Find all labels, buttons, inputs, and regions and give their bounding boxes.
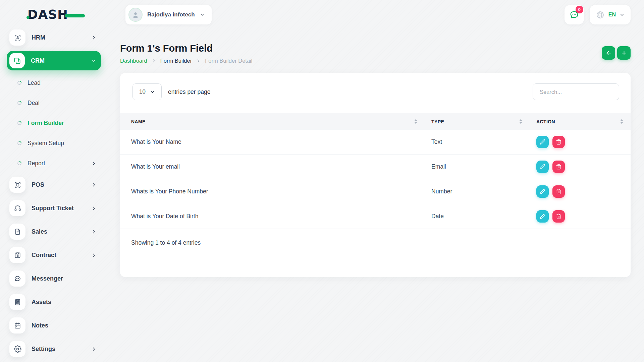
sidebar-item-label: Support Ticket <box>32 205 74 212</box>
avatar-person-icon <box>131 10 140 19</box>
logo-text: DASH <box>28 7 68 22</box>
messages-button[interactable]: 0 <box>565 5 584 24</box>
workspace-name: Rajodiya infotech <box>147 11 195 18</box>
table-row: What is Your email Email <box>120 155 631 179</box>
add-button[interactable] <box>617 46 631 60</box>
sidebar-item-deal[interactable]: Deal <box>7 95 101 111</box>
chevron-right-icon <box>91 347 96 352</box>
page-title: Form 1's Form Field <box>120 43 631 54</box>
page-actions <box>602 46 631 60</box>
sidebar-item-form-builder[interactable]: Form Builder <box>7 115 101 131</box>
sidebar-item-label: Settings <box>32 346 55 353</box>
icon-tile <box>9 341 25 357</box>
sidebar-item-label: POS <box>32 181 44 188</box>
table-row: What is Your Date of Birth Date <box>120 204 631 229</box>
entries-per-page-select[interactable]: 10 <box>132 83 162 100</box>
edit-pencil-icon <box>540 189 545 194</box>
notification-badge: 0 <box>576 6 583 13</box>
main-content: Form 1's Form Field Dashboard Form Build… <box>120 30 631 277</box>
sort-icon <box>519 119 522 124</box>
plus-icon <box>621 50 627 56</box>
entries-per-page-label: entries per page <box>168 88 210 96</box>
row-actions <box>536 210 631 223</box>
app-logo[interactable]: DASH <box>28 7 68 22</box>
sidebar-item-messenger[interactable]: Messenger <box>7 270 101 287</box>
workspace-selector[interactable]: Rajodiya infotech <box>125 5 212 24</box>
sidebar-item-label: Form Builder <box>28 120 64 127</box>
edit-button[interactable] <box>536 136 549 148</box>
sidebar-item-support-ticket[interactable]: Support Ticket <box>7 200 101 216</box>
pos-scan-icon <box>14 181 21 189</box>
arrow-left-icon <box>605 50 612 56</box>
icon-tile <box>9 53 25 68</box>
edit-button[interactable] <box>536 161 549 173</box>
icon-tile <box>9 247 25 263</box>
sidebar-item-label: Notes <box>32 322 48 329</box>
sidebar-item-label: System Setup <box>28 140 64 147</box>
sidebar-item-label: HRM <box>32 34 45 41</box>
page-header: Form 1's Form Field Dashboard Form Build… <box>120 30 631 64</box>
column-header-name[interactable]: NAME <box>120 119 431 124</box>
sidebar-item-label: Contract <box>32 252 56 259</box>
table-controls: 10 entries per page <box>120 73 631 100</box>
sidebar-item-pos[interactable]: POS <box>7 177 101 193</box>
chevron-right-icon <box>91 161 96 166</box>
back-button[interactable] <box>602 46 615 60</box>
breadcrumb: Dashboard Form Builder Form Builder Deta… <box>120 58 631 64</box>
calendar-icon <box>14 322 21 329</box>
icon-tile <box>9 270 25 287</box>
language-selector[interactable]: EN <box>590 5 631 24</box>
delete-button[interactable] <box>552 185 565 198</box>
icon-tile <box>9 294 25 310</box>
sidebar-item-label: Messenger <box>32 275 63 282</box>
sidebar: HRM CRM Lead Deal Form Builder <box>7 29 101 357</box>
table-summary: Showing 1 to 4 of 4 entries <box>120 229 631 246</box>
icon-tile <box>9 177 25 193</box>
sidebar-item-contract[interactable]: Contract <box>7 247 101 263</box>
sidebar-item-system-setup[interactable]: System Setup <box>7 135 101 151</box>
field-type-cell: Email <box>431 163 536 170</box>
column-header-action[interactable]: ACTION <box>536 119 631 124</box>
table-header-row: NAME TYPE ACTION <box>120 113 631 130</box>
field-name-cell: What is Your Name <box>120 138 431 145</box>
gear-icon <box>14 345 21 353</box>
sidebar-item-hrm[interactable]: HRM <box>7 29 101 46</box>
breadcrumb-form-builder[interactable]: Form Builder <box>160 58 192 64</box>
column-header-type[interactable]: TYPE <box>431 119 536 124</box>
sidebar-item-label: Report <box>28 160 45 167</box>
sidebar-item-lead[interactable]: Lead <box>7 75 101 91</box>
field-name-cell: Whats is Your Phone Number <box>120 188 431 195</box>
app-root: DASH Rajodiya infotech 0 <box>0 0 644 362</box>
search-input[interactable] <box>533 83 619 100</box>
sidebar-item-crm[interactable]: CRM <box>7 51 101 70</box>
avatar <box>128 8 143 22</box>
sidebar-item-label: Deal <box>28 100 40 107</box>
delete-button[interactable] <box>552 136 565 148</box>
chevron-right-icon <box>91 229 96 234</box>
breadcrumb-current: Form Builder Detail <box>205 58 252 64</box>
bullet-circle-icon <box>17 80 22 86</box>
headset-icon <box>14 204 21 212</box>
chevron-down-icon <box>150 89 155 95</box>
field-name-cell: What is Your email <box>120 163 431 170</box>
sidebar-item-settings[interactable]: Settings <box>7 341 101 357</box>
edit-button[interactable] <box>536 185 549 198</box>
field-type-cell: Text <box>431 138 536 145</box>
entries-per-page-value: 10 <box>139 88 146 95</box>
sidebar-item-label: CRM <box>31 57 45 64</box>
breadcrumb-dashboard[interactable]: Dashboard <box>120 58 147 64</box>
chevron-down-icon <box>91 58 96 63</box>
crm-overlap-squares-icon <box>13 57 21 65</box>
bullet-circle-icon <box>17 140 22 146</box>
edit-pencil-icon <box>540 139 545 145</box>
sidebar-item-report[interactable]: Report <box>7 155 101 171</box>
delete-button[interactable] <box>552 210 565 223</box>
document-icon <box>14 228 21 236</box>
delete-button[interactable] <box>552 161 565 173</box>
sidebar-item-notes[interactable]: Notes <box>7 317 101 334</box>
edit-button[interactable] <box>536 210 549 223</box>
sidebar-item-assets[interactable]: Assets <box>7 294 101 310</box>
icon-tile <box>9 29 25 46</box>
sidebar-item-sales[interactable]: Sales <box>7 224 101 240</box>
chevron-right-icon <box>91 182 96 187</box>
